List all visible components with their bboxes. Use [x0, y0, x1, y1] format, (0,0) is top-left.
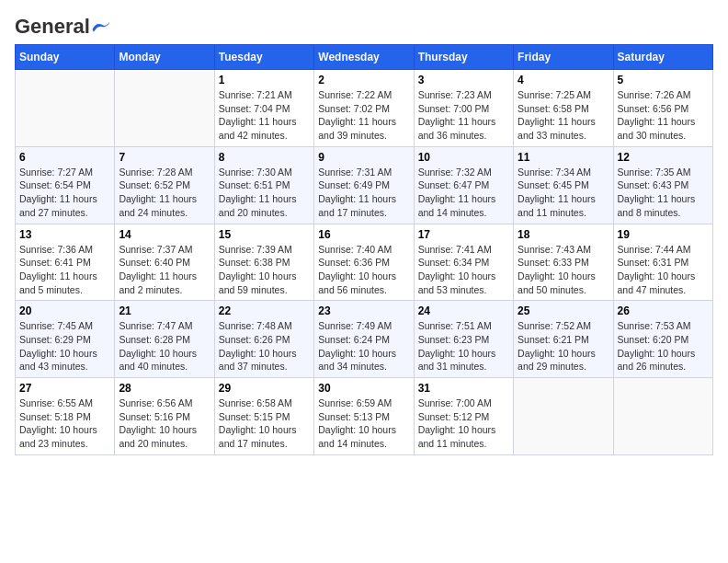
- day-number: 21: [119, 304, 210, 317]
- day-info: Sunrise: 7:30 AMSunset: 6:51 PMDaylight:…: [219, 166, 310, 220]
- calendar-cell: 5Sunrise: 7:26 AMSunset: 6:56 PMDaylight…: [613, 70, 712, 147]
- day-info: Sunrise: 7:41 AMSunset: 6:34 PMDaylight:…: [418, 243, 509, 297]
- day-info: Sunrise: 6:58 AMSunset: 5:15 PMDaylight:…: [219, 396, 310, 451]
- day-info: Sunrise: 7:28 AMSunset: 6:52 PMDaylight:…: [119, 166, 210, 220]
- day-info: Sunrise: 7:00 AMSunset: 5:12 PMDaylight:…: [418, 396, 509, 451]
- calendar-cell: 18Sunrise: 7:43 AMSunset: 6:33 PMDayligh…: [514, 224, 613, 301]
- day-number: 15: [219, 228, 310, 241]
- calendar-cell: [613, 378, 712, 455]
- day-info: Sunrise: 7:53 AMSunset: 6:20 PMDaylight:…: [618, 319, 709, 373]
- weekday-header-friday: Friday: [514, 45, 613, 70]
- day-number: 8: [219, 151, 310, 164]
- day-info: Sunrise: 7:27 AMSunset: 6:54 PMDaylight:…: [19, 166, 110, 220]
- day-info: Sunrise: 7:49 AMSunset: 6:24 PMDaylight:…: [318, 319, 409, 373]
- calendar-cell: 19Sunrise: 7:44 AMSunset: 6:31 PMDayligh…: [613, 224, 712, 301]
- day-number: 22: [219, 304, 310, 317]
- day-number: 29: [219, 382, 310, 395]
- calendar-week-row: 27Sunrise: 6:55 AMSunset: 5:18 PMDayligh…: [16, 378, 713, 455]
- day-info: Sunrise: 7:36 AMSunset: 6:41 PMDaylight:…: [19, 243, 110, 297]
- day-number: 30: [318, 382, 409, 395]
- weekday-header-wednesday: Wednesday: [314, 45, 414, 70]
- day-number: 6: [19, 151, 110, 164]
- weekday-header-monday: Monday: [115, 45, 214, 70]
- logo-general-part: General: [15, 15, 90, 39]
- day-number: 23: [318, 304, 409, 317]
- day-number: 26: [618, 304, 709, 317]
- day-number: 3: [418, 74, 509, 86]
- calendar-week-row: 1Sunrise: 7:21 AMSunset: 7:04 PMDaylight…: [16, 70, 713, 147]
- calendar-cell: 20Sunrise: 7:45 AMSunset: 6:29 PMDayligh…: [16, 301, 115, 378]
- logo: General: [15, 15, 112, 33]
- page-header: General: [15, 15, 713, 33]
- day-number: 19: [618, 228, 709, 241]
- day-number: 27: [19, 382, 110, 395]
- day-number: 5: [618, 74, 709, 86]
- day-info: Sunrise: 7:37 AMSunset: 6:40 PMDaylight:…: [119, 243, 210, 297]
- day-info: Sunrise: 7:22 AMSunset: 7:02 PMDaylight:…: [318, 88, 409, 143]
- calendar-cell: 31Sunrise: 7:00 AMSunset: 5:12 PMDayligh…: [414, 378, 513, 455]
- day-info: Sunrise: 7:51 AMSunset: 6:23 PMDaylight:…: [418, 319, 509, 373]
- calendar-cell: 28Sunrise: 6:56 AMSunset: 5:16 PMDayligh…: [115, 378, 214, 455]
- calendar-cell: 30Sunrise: 6:59 AMSunset: 5:13 PMDayligh…: [314, 378, 414, 455]
- calendar-cell: 22Sunrise: 7:48 AMSunset: 6:26 PMDayligh…: [214, 301, 313, 378]
- day-number: 24: [418, 304, 509, 317]
- day-info: Sunrise: 7:35 AMSunset: 6:43 PMDaylight:…: [618, 166, 709, 220]
- calendar-cell: 11Sunrise: 7:34 AMSunset: 6:45 PMDayligh…: [514, 146, 613, 224]
- day-info: Sunrise: 7:43 AMSunset: 6:33 PMDaylight:…: [518, 243, 609, 297]
- calendar-cell: [16, 70, 115, 147]
- day-info: Sunrise: 6:59 AMSunset: 5:13 PMDaylight:…: [318, 396, 409, 451]
- day-number: 28: [119, 382, 210, 395]
- day-number: 20: [19, 304, 110, 317]
- day-number: 13: [19, 228, 110, 241]
- day-number: 16: [318, 228, 409, 241]
- calendar-cell: 6Sunrise: 7:27 AMSunset: 6:54 PMDaylight…: [16, 146, 115, 224]
- day-info: Sunrise: 7:26 AMSunset: 6:56 PMDaylight:…: [618, 88, 709, 143]
- calendar-cell: 8Sunrise: 7:30 AMSunset: 6:51 PMDaylight…: [214, 146, 313, 224]
- day-info: Sunrise: 7:52 AMSunset: 6:21 PMDaylight:…: [518, 319, 609, 373]
- day-info: Sunrise: 7:31 AMSunset: 6:49 PMDaylight:…: [318, 166, 409, 220]
- calendar-cell: [514, 378, 613, 455]
- day-number: 9: [318, 151, 409, 164]
- calendar-cell: 29Sunrise: 6:58 AMSunset: 5:15 PMDayligh…: [214, 378, 313, 455]
- day-info: Sunrise: 7:39 AMSunset: 6:38 PMDaylight:…: [219, 243, 310, 297]
- day-info: Sunrise: 7:21 AMSunset: 7:04 PMDaylight:…: [219, 88, 310, 143]
- calendar-cell: 16Sunrise: 7:40 AMSunset: 6:36 PMDayligh…: [314, 224, 414, 301]
- day-info: Sunrise: 7:25 AMSunset: 6:58 PMDaylight:…: [518, 88, 609, 143]
- calendar-cell: 24Sunrise: 7:51 AMSunset: 6:23 PMDayligh…: [414, 301, 513, 378]
- day-info: Sunrise: 7:32 AMSunset: 6:47 PMDaylight:…: [418, 166, 509, 220]
- day-number: 2: [318, 74, 409, 86]
- day-number: 18: [518, 228, 609, 241]
- day-info: Sunrise: 6:55 AMSunset: 5:18 PMDaylight:…: [19, 396, 110, 451]
- calendar-cell: 9Sunrise: 7:31 AMSunset: 6:49 PMDaylight…: [314, 146, 414, 224]
- calendar-cell: 23Sunrise: 7:49 AMSunset: 6:24 PMDayligh…: [314, 301, 414, 378]
- day-number: 11: [518, 151, 609, 164]
- day-info: Sunrise: 7:45 AMSunset: 6:29 PMDaylight:…: [19, 319, 110, 373]
- day-info: Sunrise: 7:34 AMSunset: 6:45 PMDaylight:…: [518, 166, 609, 220]
- day-number: 1: [219, 74, 310, 86]
- day-info: Sunrise: 7:23 AMSunset: 7:00 PMDaylight:…: [418, 88, 509, 143]
- calendar-cell: 7Sunrise: 7:28 AMSunset: 6:52 PMDaylight…: [115, 146, 214, 224]
- day-number: 12: [618, 151, 709, 164]
- weekday-header-sunday: Sunday: [16, 45, 115, 70]
- day-number: 14: [119, 228, 210, 241]
- day-info: Sunrise: 7:47 AMSunset: 6:28 PMDaylight:…: [119, 319, 210, 373]
- calendar-cell: 4Sunrise: 7:25 AMSunset: 6:58 PMDaylight…: [514, 70, 613, 147]
- day-info: Sunrise: 7:48 AMSunset: 6:26 PMDaylight:…: [219, 319, 310, 373]
- calendar-table: SundayMondayTuesdayWednesdayThursdayFrid…: [15, 44, 713, 455]
- calendar-cell: 12Sunrise: 7:35 AMSunset: 6:43 PMDayligh…: [613, 146, 712, 224]
- day-number: 4: [518, 74, 609, 86]
- calendar-cell: 2Sunrise: 7:22 AMSunset: 7:02 PMDaylight…: [314, 70, 414, 147]
- day-number: 17: [418, 228, 509, 241]
- calendar-cell: 26Sunrise: 7:53 AMSunset: 6:20 PMDayligh…: [613, 301, 712, 378]
- calendar-cell: 21Sunrise: 7:47 AMSunset: 6:28 PMDayligh…: [115, 301, 214, 378]
- calendar-cell: 13Sunrise: 7:36 AMSunset: 6:41 PMDayligh…: [16, 224, 115, 301]
- day-info: Sunrise: 7:40 AMSunset: 6:36 PMDaylight:…: [318, 243, 409, 297]
- calendar-cell: 1Sunrise: 7:21 AMSunset: 7:04 PMDaylight…: [214, 70, 313, 147]
- day-number: 31: [418, 382, 509, 395]
- calendar-cell: 15Sunrise: 7:39 AMSunset: 6:38 PMDayligh…: [214, 224, 313, 301]
- calendar-cell: 3Sunrise: 7:23 AMSunset: 7:00 PMDaylight…: [414, 70, 513, 147]
- day-number: 7: [119, 151, 210, 164]
- day-info: Sunrise: 6:56 AMSunset: 5:16 PMDaylight:…: [119, 396, 210, 451]
- calendar-week-row: 20Sunrise: 7:45 AMSunset: 6:29 PMDayligh…: [16, 301, 713, 378]
- calendar-cell: 14Sunrise: 7:37 AMSunset: 6:40 PMDayligh…: [115, 224, 214, 301]
